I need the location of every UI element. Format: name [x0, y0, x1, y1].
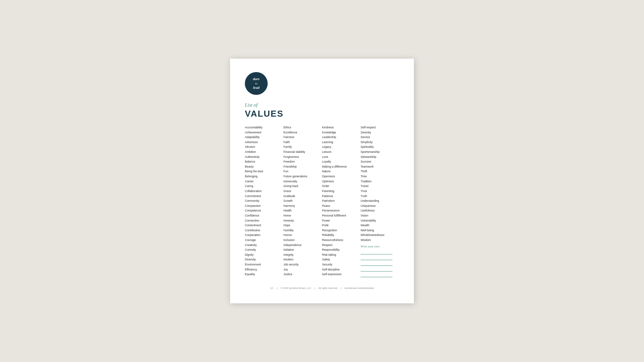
value-item: Family [283, 144, 322, 149]
write-line[interactable] [361, 273, 392, 277]
value-item: Openness [322, 174, 361, 179]
value-item: Security [322, 262, 361, 267]
value-item: Adaptability [245, 135, 283, 140]
value-item: Humor [283, 233, 322, 238]
value-item: Sportsmanship [361, 149, 399, 155]
value-item: Respect [322, 243, 361, 248]
column-1: AccountabilityAchievementAdaptabilityAdv… [245, 125, 283, 278]
write-your-own-label: Write your own: [361, 245, 399, 248]
logo-trademark: ™ [264, 90, 266, 93]
values-title: VALUES [245, 109, 399, 119]
value-item: Success [361, 159, 399, 164]
value-item: Loyalty [322, 159, 361, 164]
value-item: Harmony [283, 203, 322, 208]
value-item: Excellence [283, 130, 322, 135]
value-item: Power [322, 218, 361, 223]
value-item: Humility [283, 228, 322, 233]
footer-separator-1: | [277, 287, 277, 289]
value-item: Ambition [245, 149, 283, 155]
value-item: Truth [361, 194, 399, 199]
footer: 1/1 | © 2020 by Brené Brown, LLC | All r… [245, 284, 399, 289]
value-item: Spirituality [361, 144, 399, 149]
value-item: Contentment [245, 223, 283, 228]
write-line[interactable] [361, 255, 392, 260]
value-item: Balance [245, 159, 283, 164]
write-line[interactable] [361, 261, 392, 266]
value-item: Growth [283, 198, 322, 203]
value-item: Caring [245, 184, 283, 189]
value-item: Risk-taking [322, 252, 361, 257]
value-item: Courage [245, 238, 283, 243]
column-4: Self-respectSerenityServiceSimplicitySpi… [361, 125, 399, 278]
value-item: Wholeheartedness [361, 233, 399, 238]
value-item: Wisdom [361, 238, 399, 243]
value-item: Independence [283, 243, 322, 248]
value-item: Love [322, 155, 361, 160]
value-item: Personal fulfillment [322, 213, 361, 218]
value-item: Connection [245, 218, 283, 223]
value-item: Future generations [283, 174, 322, 179]
value-item: Diversity [245, 257, 283, 262]
logo-text: dare to lead [253, 77, 260, 90]
footer-url: brenebrown.com/daretolead [344, 287, 374, 289]
value-item: Well-being [361, 228, 399, 233]
value-item: Reliability [322, 233, 361, 238]
value-item: Pride [322, 223, 361, 228]
value-item: Compassion [245, 203, 283, 208]
logo-dare: dare [253, 77, 260, 81]
value-item: Collaboration [245, 189, 283, 194]
value-item: Service [361, 135, 399, 140]
value-item: Travel [361, 184, 399, 189]
value-item: Serenity [361, 130, 399, 135]
value-item: Recognition [322, 228, 361, 233]
value-item: Gratitude [283, 194, 322, 199]
write-line[interactable] [361, 250, 392, 254]
value-item: Knowledge [322, 130, 361, 135]
value-item: Optimism [322, 179, 361, 184]
value-item: Adventure [245, 140, 283, 145]
value-item: Patience [322, 194, 361, 199]
footer-copyright: © 2020 by Brené Brown, LLC [281, 287, 311, 289]
value-item: Beauty [245, 164, 283, 169]
value-item: Ethics [283, 125, 322, 130]
value-item: Resourcefulness [322, 238, 361, 243]
value-item: Self-expression [322, 272, 361, 277]
value-item: Peace [322, 203, 361, 208]
value-item: Legacy [322, 144, 361, 149]
value-item: Accountability [245, 125, 283, 130]
column-3: KindnessKnowledgeLeadershipLearningLegac… [322, 125, 361, 278]
value-item: Faith [283, 140, 322, 145]
value-item: Confidence [245, 213, 283, 218]
value-item: Career [245, 179, 283, 184]
value-item: Hope [283, 223, 322, 228]
logo-lead: lead [253, 85, 260, 89]
value-item: Making a difference [322, 164, 361, 169]
value-item: Responsibility [322, 247, 361, 252]
value-item: Order [322, 184, 361, 189]
value-item: Joy [283, 267, 322, 272]
value-item: Creativity [245, 243, 283, 248]
value-item: Altruism [245, 144, 283, 149]
write-line[interactable] [361, 267, 392, 272]
value-item: Health [283, 208, 322, 213]
logo-to: to [255, 82, 257, 85]
value-item: Grace [283, 189, 322, 194]
value-item: Equality [245, 272, 283, 277]
value-item: Cooperation [245, 233, 283, 238]
value-item: Freedom [283, 159, 322, 164]
value-item: Giving back [283, 184, 322, 189]
value-item: Inclusion [283, 238, 322, 243]
value-item: Fairness [283, 135, 322, 140]
value-item: Trust [361, 189, 399, 194]
value-item: Self-discipline [322, 267, 361, 272]
value-item: Vision [361, 213, 399, 218]
value-item: Patriotism [322, 198, 361, 203]
value-item: Efficiency [245, 267, 283, 272]
value-item: Initiative [283, 247, 322, 252]
footer-rights: All rights reserved [319, 287, 337, 289]
value-item: Fun [283, 169, 322, 174]
value-item: Nature [322, 169, 361, 174]
value-item: Tradition [361, 179, 399, 184]
value-item: Authenticity [245, 155, 283, 160]
value-item: Belonging [245, 174, 283, 179]
